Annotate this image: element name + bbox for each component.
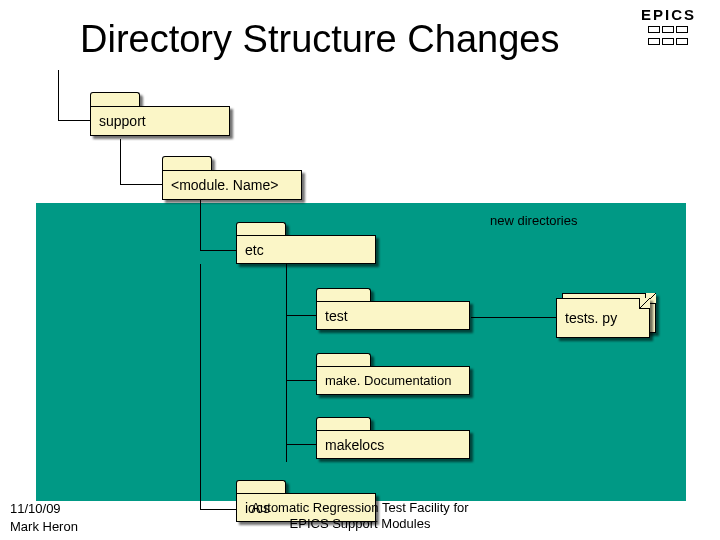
- epics-brand-label: EPICS: [641, 6, 696, 23]
- folder-label: make. Documentation: [325, 373, 451, 388]
- tree-line: [286, 380, 316, 381]
- footer-author: Mark Heron: [10, 519, 78, 534]
- footer-subtitle-line1: Automatic Regression Test Facility for: [251, 500, 468, 515]
- tree-line: [471, 317, 557, 318]
- page-title: Directory Structure Changes: [80, 18, 559, 61]
- folder-etc: etc: [236, 222, 376, 264]
- footer-subtitle-line2: EPICS Support Modules: [290, 516, 431, 531]
- tree-line: [58, 120, 92, 121]
- folder-test: test: [316, 288, 470, 330]
- folder-support: support: [90, 92, 230, 136]
- new-directories-label: new directories: [490, 213, 577, 228]
- tree-line: [200, 200, 201, 250]
- tree-line: [200, 264, 201, 509]
- folder-label: support: [99, 113, 146, 129]
- footer-subtitle: Automatic Regression Test Facility for E…: [200, 500, 520, 533]
- folder-label: test: [325, 308, 348, 324]
- footer-date: 11/10/09: [10, 501, 61, 516]
- folder-makeiocs: makelocs: [316, 417, 470, 459]
- tree-line: [200, 250, 236, 251]
- tree-line: [120, 139, 121, 184]
- folder-label: etc: [245, 242, 264, 258]
- folder-label: <module. Name>: [171, 177, 278, 193]
- tree-line: [58, 70, 59, 120]
- tree-line: [286, 315, 316, 316]
- tree-line: [286, 264, 287, 462]
- folder-makedocumentation: make. Documentation: [316, 353, 470, 395]
- tree-line: [286, 444, 316, 445]
- file-tests-py: tests. py: [556, 298, 650, 338]
- folder-label: makelocs: [325, 437, 384, 453]
- epics-logo: [648, 26, 690, 52]
- file-label: tests. py: [565, 310, 617, 326]
- folder-modulename: <module. Name>: [162, 156, 302, 200]
- tree-line: [120, 184, 162, 185]
